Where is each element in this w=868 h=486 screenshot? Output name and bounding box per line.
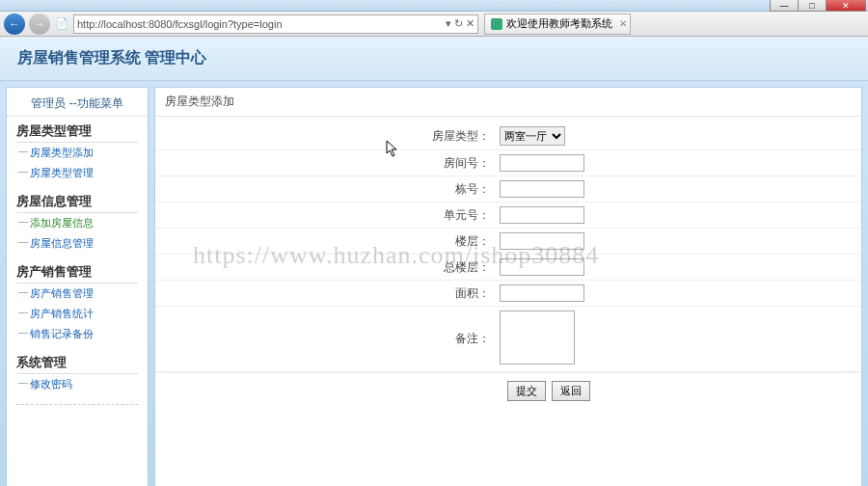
- menu-group-title: 房产销售管理: [16, 263, 138, 284]
- address-bar[interactable]: http://localhost:8080/fcxsgl/login?type=…: [73, 14, 478, 34]
- page-title: 房屋销售管理系统 管理中心: [17, 49, 206, 66]
- sidebar-title: 管理员 --功能菜单: [7, 92, 148, 117]
- menu-group-title: 房屋类型管理: [16, 122, 138, 143]
- form-area: 房屋类型： 两室一厅 房间号： 栋号： 单元号： 楼层：: [155, 117, 861, 415]
- sidebar-item-type-add[interactable]: 房屋类型添加: [30, 147, 94, 158]
- window-maximize-button[interactable]: □: [798, 0, 827, 12]
- label-total-floor: 总楼层：: [155, 259, 498, 276]
- panel-title: 房屋类型添加: [155, 88, 861, 117]
- browser-toolbar: ← → 📄 http://localhost:8080/fcxsgl/login…: [0, 12, 868, 37]
- url-text: http://localhost:8080/fcxsgl/login?type=…: [77, 18, 446, 30]
- main-panel: 房屋类型添加 房屋类型： 两室一厅 房间号： 栋号： 单元号：: [154, 87, 862, 486]
- select-house-type[interactable]: 两室一厅: [500, 126, 565, 146]
- stop-icon[interactable]: ✕: [466, 17, 475, 30]
- sidebar-item-sales-backup[interactable]: 销售记录备份: [30, 328, 94, 339]
- page-header: 房屋销售管理系统 管理中心: [0, 37, 868, 81]
- sidebar: 管理员 --功能菜单 房屋类型管理 房屋类型添加 房屋类型管理 房屋信息管理 添…: [6, 87, 149, 486]
- sidebar-item-info-manage[interactable]: 房屋信息管理: [30, 237, 94, 249]
- input-unit-no[interactable]: [500, 206, 584, 224]
- menu-group-house-type: 房屋类型管理 房屋类型添加 房屋类型管理: [7, 117, 148, 187]
- label-house-type: 房屋类型：: [155, 128, 498, 145]
- textarea-remark[interactable]: [500, 310, 575, 364]
- label-building-no: 栋号：: [155, 181, 498, 198]
- sidebar-item-info-add[interactable]: 添加房屋信息: [30, 217, 94, 229]
- label-room-no: 房间号：: [155, 155, 498, 172]
- label-floor: 楼层：: [155, 233, 498, 250]
- input-floor[interactable]: [500, 232, 584, 250]
- menu-group-title: 房屋信息管理: [16, 193, 138, 213]
- refresh-icon[interactable]: ↻: [454, 17, 463, 30]
- label-unit-no: 单元号：: [155, 207, 498, 224]
- input-total-floor[interactable]: [500, 258, 584, 276]
- browser-tab[interactable]: 欢迎使用教师考勤系统 ✕: [484, 14, 631, 35]
- menu-group-system: 系统管理 修改密码: [7, 348, 148, 398]
- menu-group-sales: 房产销售管理 房产销售管理 房产销售统计 销售记录备份: [7, 257, 148, 348]
- page-icon: 📄: [54, 16, 69, 32]
- window-titlebar: — □ ✕: [0, 0, 868, 12]
- sidebar-item-sales-manage[interactable]: 房产销售管理: [30, 287, 94, 299]
- menu-group-title: 系统管理: [16, 354, 138, 374]
- input-room-no[interactable]: [500, 154, 584, 172]
- window-close-button[interactable]: ✕: [826, 0, 866, 12]
- menu-group-house-info: 房屋信息管理 添加房屋信息 房屋信息管理: [7, 187, 148, 257]
- window-minimize-button[interactable]: —: [770, 0, 799, 12]
- tab-close-icon[interactable]: ✕: [619, 18, 627, 29]
- sidebar-item-change-password[interactable]: 修改密码: [30, 378, 72, 390]
- tab-favicon: [491, 18, 502, 30]
- nav-back-button[interactable]: ←: [4, 14, 25, 35]
- dropdown-icon[interactable]: ▾: [446, 17, 451, 30]
- page-body: 管理员 --功能菜单 房屋类型管理 房屋类型添加 房屋类型管理 房屋信息管理 添…: [0, 81, 868, 486]
- sidebar-item-type-manage[interactable]: 房屋类型管理: [30, 167, 94, 178]
- label-area: 面积：: [155, 285, 498, 302]
- input-building-no[interactable]: [500, 180, 584, 198]
- nav-forward-button[interactable]: →: [29, 14, 50, 35]
- back-button[interactable]: 返回: [552, 381, 590, 401]
- input-area[interactable]: [500, 284, 584, 302]
- label-remark: 备注：: [155, 331, 498, 347]
- submit-button[interactable]: 提交: [507, 381, 546, 401]
- sidebar-item-sales-stats[interactable]: 房产销售统计: [30, 308, 94, 319]
- tab-title: 欢迎使用教师考勤系统: [506, 16, 612, 31]
